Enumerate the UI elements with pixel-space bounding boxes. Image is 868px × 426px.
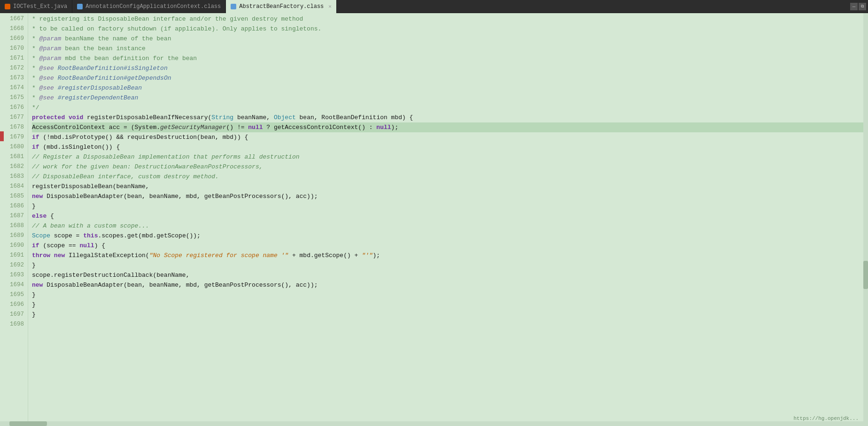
line-num-1680: 1680 [8, 142, 24, 152]
tab-label-annotation: AnnotationConfigApplicationContext.class [85, 3, 221, 10]
line-num-1691: 1691 [8, 251, 24, 260]
tab-label-ioctest: IOCTest_Ext.java [13, 3, 67, 10]
code-line-1683: // DisposableBean interface, custom dest… [32, 172, 868, 182]
class-file-icon-2 [231, 4, 236, 9]
line-num-1679: 1679 [8, 132, 24, 142]
line-num-1677: 1677 [8, 113, 24, 122]
breakpoint-marker [0, 131, 4, 141]
line-num-1696: 1696 [8, 300, 24, 310]
tab-close-button[interactable]: ✕ [328, 3, 332, 9]
code-line-1673: * @see RootBeanDefinition#getDependsOn [32, 73, 868, 83]
vertical-scrollbar-thumb[interactable] [863, 261, 868, 289]
left-gutter [0, 13, 4, 426]
line-num-1668: 1668 [8, 24, 24, 34]
code-line-1687: else { [32, 211, 868, 221]
line-num-1685: 1685 [8, 191, 24, 201]
window-controls: ─ ⧉ [850, 3, 868, 10]
code-line-1676: */ [32, 103, 868, 113]
line-num-1689: 1689 [8, 231, 24, 241]
line-num-1687: 1687 [8, 211, 24, 221]
line-num-1675: 1675 [8, 93, 24, 103]
code-line-1689: Scope scope = this.scopes.get(mbd.getSco… [32, 231, 868, 241]
line-num-1672: 1672 [8, 63, 24, 73]
code-line-1675: * @see #registerDependentBean [32, 93, 868, 103]
line-num-1690: 1690 [8, 241, 24, 251]
tab-abstractbean[interactable]: AbstractBeanFactory.class ✕ [226, 0, 337, 13]
code-line-1690: if (scope == null) { [32, 241, 868, 251]
line-num-1692: 1692 [8, 260, 24, 270]
line-num-1695: 1695 [8, 290, 24, 300]
url-info: https://hg.openjdk... [793, 416, 859, 421]
line-num-1697: 1697 [8, 310, 24, 320]
line-num-1688: 1688 [8, 221, 24, 231]
code-area: 1667 1668 1669 1670 1671 1672 1673 1674 … [0, 13, 868, 426]
editor-container: IOCTest_Ext.java AnnotationConfigApplica… [0, 0, 868, 426]
code-line-1685: new DisposableBeanAdapter(bean, beanName… [32, 191, 868, 201]
tab-ioctest[interactable]: IOCTest_Ext.java [0, 0, 72, 13]
line-num-1667: 1667 [8, 14, 24, 24]
line-numbers: 1667 1668 1669 1670 1671 1672 1673 1674 … [4, 13, 28, 426]
code-line-1684: registerDisposableBean(beanName, [32, 182, 868, 191]
code-line-1674: * @see #registerDisposableBean [32, 83, 868, 93]
tab-bar: IOCTest_Ext.java AnnotationConfigApplica… [0, 0, 868, 13]
code-line-1691: throw new IllegalStateException("No Scop… [32, 251, 868, 260]
line-num-1681: 1681 [8, 152, 24, 162]
minimize-button[interactable]: ─ [850, 3, 858, 10]
code-line-1686: } [32, 201, 868, 211]
code-line-1698 [32, 320, 868, 329]
code-line-1672: * @see RootBeanDefinition#isSingleton [32, 63, 868, 73]
code-line-1696: } [32, 300, 868, 310]
line-num-1670: 1670 [8, 44, 24, 53]
horizontal-scrollbar[interactable] [0, 421, 863, 426]
code-line-1688: // A bean with a custom scope... [32, 221, 868, 231]
code-line-1668: * to be called on factory shutdown (if a… [32, 24, 868, 34]
line-num-1669: 1669 [8, 34, 24, 44]
code-content[interactable]: * registering its DisposableBean interfa… [28, 13, 868, 426]
code-line-1692: } [32, 260, 868, 270]
code-line-1679: if (!mbd.isPrototype() && requiresDestru… [32, 132, 868, 142]
code-line-1671: * @param mbd the bean definition for the… [32, 53, 868, 63]
line-num-1693: 1693 [8, 270, 24, 280]
tab-label-abstractbean: AbstractBeanFactory.class [239, 3, 324, 10]
code-line-1697: } [32, 310, 868, 320]
code-line-1682: // work for the given bean: DestructionA… [32, 162, 868, 172]
code-line-1667: * registering its DisposableBean interfa… [32, 14, 868, 24]
line-num-1676: 1676 [8, 103, 24, 113]
code-line-1681: // Register a DisposableBean implementat… [32, 152, 868, 162]
code-line-1677: protected void registerDisposableBeanIfN… [32, 113, 868, 122]
line-num-1694: 1694 [8, 280, 24, 290]
line-num-1698: 1698 [8, 320, 24, 329]
vertical-scrollbar[interactable] [863, 13, 868, 426]
bottom-info: https://hg.openjdk... [793, 416, 859, 421]
line-num-1684: 1684 [8, 182, 24, 191]
code-line-1670: * @param bean the bean instance [32, 44, 868, 53]
line-num-1673: 1673 [8, 73, 24, 83]
code-line-1695: } [32, 290, 868, 300]
horizontal-scrollbar-thumb[interactable] [9, 421, 47, 426]
line-num-1683: 1683 [8, 172, 24, 182]
java-file-icon [5, 4, 10, 9]
line-num-1671: 1671 [8, 53, 24, 63]
line-num-1686: 1686 [8, 201, 24, 211]
tab-annotation[interactable]: AnnotationConfigApplicationContext.class [72, 0, 226, 13]
code-line-1694: new DisposableBeanAdapter(bean, beanName… [32, 280, 868, 290]
code-line-1693: scope.registerDestructionCallback(beanNa… [32, 270, 868, 280]
code-line-1678: AccessControlContext acc = (System.getSe… [32, 122, 868, 132]
class-file-icon-1 [77, 4, 83, 9]
line-num-1674: 1674 [8, 83, 24, 93]
line-num-1678: 1678 [8, 122, 24, 132]
line-num-1682: 1682 [8, 162, 24, 172]
restore-button[interactable]: ⧉ [859, 3, 866, 10]
code-line-1680: if (mbd.isSingleton()) { [32, 142, 868, 152]
code-line-1669: * @param beanName the name of the bean [32, 34, 868, 44]
